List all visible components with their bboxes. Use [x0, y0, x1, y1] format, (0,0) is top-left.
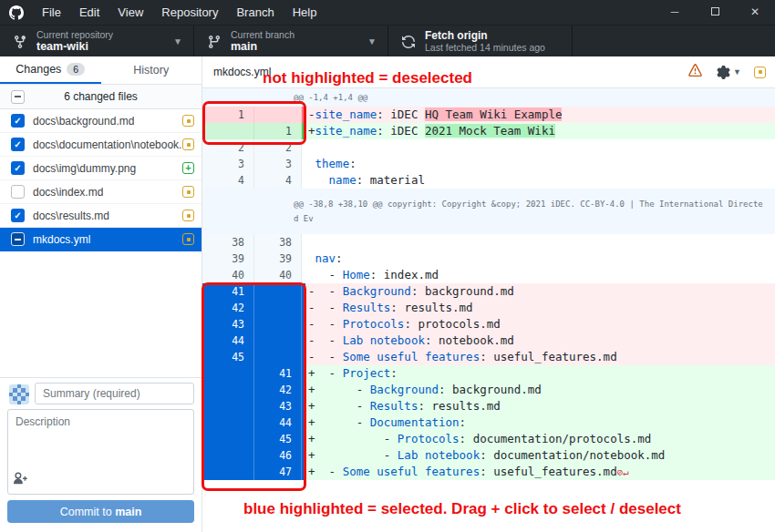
add-coauthor-icon[interactable]: [14, 472, 27, 489]
commit-summary-input[interactable]: [35, 383, 194, 404]
title-bar: FileEditViewRepositoryBranchHelp ─ ✕: [0, 0, 775, 25]
new-line-number[interactable]: 2: [254, 139, 302, 156]
current-repository-dropdown[interactable]: Current repository team-wiki ▼: [0, 26, 194, 57]
old-line-number[interactable]: 39: [202, 251, 254, 267]
old-line-number[interactable]: 45: [202, 349, 254, 365]
old-line-number[interactable]: 40: [202, 267, 254, 283]
diff-line[interactable]: 33 theme:: [202, 156, 775, 172]
file-checkbox[interactable]: [11, 114, 25, 128]
current-branch-dropdown[interactable]: Current branch main ▼: [194, 26, 388, 57]
old-line-number[interactable]: 41: [202, 283, 254, 300]
new-line-number[interactable]: [254, 283, 302, 300]
close-button[interactable]: ✕: [735, 0, 775, 25]
file-row[interactable]: docs\index.md: [0, 180, 202, 204]
file-checkbox[interactable]: [11, 232, 25, 246]
diff-line[interactable]: 44- - Lab notebook: notebook.md: [202, 332, 775, 349]
diff-line[interactable]: 43+ - Results: results.md: [202, 398, 775, 414]
new-line-number[interactable]: 46: [254, 447, 302, 464]
diff-line[interactable]: 45- - Some useful features: useful_featu…: [202, 349, 775, 365]
new-line-number[interactable]: 38: [254, 234, 302, 251]
diff-line[interactable]: 41+ - Project:: [202, 365, 775, 382]
old-line-number[interactable]: 38: [202, 234, 254, 251]
tab-history[interactable]: History: [101, 56, 202, 84]
old-line-number[interactable]: [202, 414, 254, 431]
maximize-button[interactable]: [695, 0, 735, 25]
minimize-button[interactable]: ─: [655, 0, 695, 25]
diff-line[interactable]: 22: [202, 139, 775, 156]
diff-line[interactable]: 3939 nav:: [202, 251, 775, 267]
new-line-number[interactable]: 4: [254, 172, 302, 189]
file-checkbox[interactable]: [11, 209, 25, 222]
new-line-number[interactable]: [254, 349, 302, 365]
diff-line[interactable]: 1+site_name: iDEC 2021 Mock Team Wiki: [202, 123, 775, 139]
diff-line[interactable]: 41- - Background: background.md: [202, 283, 775, 300]
old-line-number[interactable]: [202, 382, 254, 398]
file-row[interactable]: docs\results.md: [0, 204, 202, 228]
file-row[interactable]: mkdocs.yml: [0, 228, 202, 251]
file-checkbox[interactable]: [11, 161, 25, 175]
commit-button[interactable]: Commit to main: [7, 500, 194, 523]
old-line-number[interactable]: [202, 365, 254, 382]
old-line-number[interactable]: [202, 123, 254, 139]
old-line-number[interactable]: 43: [202, 316, 254, 332]
new-line-number[interactable]: 44: [254, 414, 302, 431]
diff-line[interactable]: 1-site_name: iDEC HQ Team Wiki Example: [202, 107, 775, 123]
old-line-number[interactable]: 44: [202, 332, 254, 349]
diff-line[interactable]: 45+ - Protocols: documentation/protocols…: [202, 431, 775, 447]
diff-line[interactable]: 44+ - Documentation:: [202, 414, 775, 431]
diff-line[interactable]: 43- - Protocols: protocols.md: [202, 316, 775, 332]
new-line-number[interactable]: [254, 332, 302, 349]
old-line-number[interactable]: [202, 431, 254, 447]
file-row[interactable]: docs\img\dummy.png: [0, 157, 202, 180]
old-line-number[interactable]: 4: [202, 172, 254, 189]
diff-options-button[interactable]: ▼: [717, 66, 741, 79]
new-line-number[interactable]: [254, 107, 302, 123]
menu-view[interactable]: View: [108, 5, 152, 19]
diff-text: : results.md: [418, 399, 500, 413]
new-line-number[interactable]: 47: [254, 464, 302, 480]
diff-line[interactable]: 42+ - Background: background.md: [202, 382, 775, 398]
yaml-key: Protocols: [398, 432, 460, 445]
yaml-key: site_name: [315, 107, 377, 121]
commit-description-input[interactable]: [7, 409, 194, 495]
new-line-number[interactable]: [254, 316, 302, 332]
new-line-number[interactable]: 45: [254, 431, 302, 447]
old-line-number[interactable]: 42: [202, 300, 254, 316]
diff-line[interactable]: 46+ - Lab notebook: documentation/notebo…: [202, 447, 775, 464]
menu-repository[interactable]: Repository: [152, 5, 227, 19]
old-line-number[interactable]: 2: [202, 139, 254, 156]
diff-line[interactable]: 3838: [202, 234, 775, 251]
old-line-number[interactable]: [202, 398, 254, 414]
file-checkbox[interactable]: [11, 185, 25, 199]
old-line-number[interactable]: 3: [202, 156, 254, 172]
changed-files-count: 6 changed files: [64, 90, 138, 103]
new-line-number[interactable]: 41: [254, 365, 302, 382]
old-line-number[interactable]: [202, 464, 254, 480]
new-line-number[interactable]: 3: [254, 156, 302, 172]
menu-help[interactable]: Help: [284, 5, 326, 19]
select-all-checkbox[interactable]: [11, 90, 25, 104]
file-checkbox[interactable]: [11, 138, 25, 151]
diff-line[interactable]: 42- - Results: results.md: [202, 300, 775, 316]
new-line-number[interactable]: 43: [254, 398, 302, 414]
tab-changes[interactable]: Changes 6: [0, 56, 101, 84]
new-line-number[interactable]: 1: [254, 123, 302, 139]
old-line-number[interactable]: 1: [202, 107, 254, 123]
fetch-origin-button[interactable]: Fetch origin Last fetched 14 minutes ago: [388, 26, 573, 57]
warning-icon[interactable]: [688, 64, 702, 81]
new-line-number[interactable]: 39: [254, 251, 302, 267]
menu-file[interactable]: File: [33, 5, 70, 19]
menu-edit[interactable]: Edit: [70, 5, 108, 19]
menu-branch[interactable]: Branch: [227, 5, 283, 19]
diff-text: HQ Team Wiki Example: [425, 107, 563, 121]
diff-line-text: + - Protocols: documentation/protocols.m…: [305, 431, 775, 447]
file-row[interactable]: docs\documentation\notebook.md: [0, 133, 202, 157]
diff-line[interactable]: 44 name: material: [202, 172, 775, 189]
diff-line[interactable]: 4040 - Home: index.md: [202, 267, 775, 283]
new-line-number[interactable]: [254, 300, 302, 316]
diff-line[interactable]: 47+ - Some useful features: useful_featu…: [202, 464, 775, 480]
new-line-number[interactable]: 40: [254, 267, 302, 283]
new-line-number[interactable]: 42: [254, 382, 302, 398]
old-line-number[interactable]: [202, 447, 254, 464]
file-row[interactable]: docs\background.md: [0, 109, 202, 133]
